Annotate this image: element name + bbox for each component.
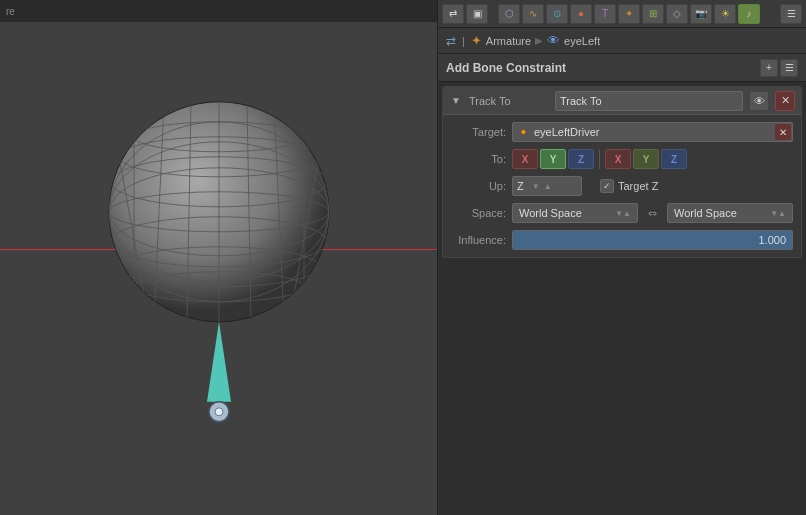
influence-wrap[interactable]: 1.000 <box>512 230 793 250</box>
panel-title: Add Bone Constraint <box>446 61 760 75</box>
panel-header: Add Bone Constraint + ☰ <box>438 54 806 82</box>
constraint-body: Target: 🔸 eyeLeftDriver ✕ To: X Y Z <box>443 115 801 257</box>
space-owner-value: World Space <box>519 207 582 219</box>
target-clear-btn[interactable]: ✕ <box>775 124 791 140</box>
toolbar-btn-render[interactable]: ☰ <box>780 4 802 24</box>
space-row: Space: World Space ▼▲ ⇔ World Space ▼▲ <box>451 202 793 224</box>
influence-row: Influence: 1.000 <box>451 229 793 251</box>
space-target-arrow: ▼▲ <box>770 209 786 218</box>
toolbar-btn-mesh[interactable]: ⬡ <box>498 4 520 24</box>
up-dropdown-arrow2: ▲ <box>544 182 552 191</box>
target-z-checkbox-box <box>600 179 614 193</box>
breadcrumb-bar: ⇄ | ✦ Armature ▶ 👁 eyeLeft <box>438 28 806 54</box>
up-value: Z <box>517 180 524 192</box>
breadcrumb-armature: Armature <box>486 35 531 47</box>
viewport[interactable]: re + <box>0 0 438 515</box>
right-panel: ⇄ ▣ ⬡ ∿ ⊙ ● T ✦ ⊞ ◇ 📷 ☀ ♪ ☰ ⇄ | ✦ Armatu… <box>438 0 806 515</box>
viewport-label: re <box>6 6 15 17</box>
target-input-wrap: 🔸 eyeLeftDriver ✕ <box>512 122 793 142</box>
space-target-dropdown[interactable]: World Space ▼▲ <box>667 203 793 223</box>
toolbar: ⇄ ▣ ⬡ ∿ ⊙ ● T ✦ ⊞ ◇ 📷 ☀ ♪ ☰ <box>438 0 806 28</box>
space-label: Space: <box>451 207 506 219</box>
target-input[interactable] <box>512 122 793 142</box>
up-dropdown-arrow: ▼ <box>532 182 540 191</box>
target-label: Target: <box>451 126 506 138</box>
target-z-label: Target Z <box>618 180 658 192</box>
up-label: Up: <box>451 180 506 192</box>
toolbar-btn-lattice[interactable]: ⊞ <box>642 4 664 24</box>
breadcrumb-sep1: ▶ <box>535 35 543 46</box>
properties-panel: Add Bone Constraint + ☰ ▼ Track To 👁 ✕ T… <box>438 54 806 515</box>
target-z-checkbox[interactable]: Target Z <box>600 179 658 193</box>
axis-btn-neg-x[interactable]: X <box>605 149 631 169</box>
space-arrow-icon: ⇔ <box>648 207 657 220</box>
axis-row-to: X Y Z X Y Z <box>512 149 687 169</box>
target-row: Target: 🔸 eyeLeftDriver ✕ <box>451 121 793 143</box>
toolbar-btn-surface[interactable]: ⊙ <box>546 4 568 24</box>
axis-btn-z[interactable]: Z <box>568 149 594 169</box>
space-owner-dropdown[interactable]: World Space ▼▲ <box>512 203 638 223</box>
toolbar-btn-metaball[interactable]: ● <box>570 4 592 24</box>
panel-menu-btn[interactable]: ☰ <box>780 59 798 77</box>
svg-marker-21 <box>207 321 231 401</box>
toolbar-btn-lamp[interactable]: ☀ <box>714 4 736 24</box>
axis-btn-neg-z[interactable]: Z <box>661 149 687 169</box>
constraint-close-btn[interactable]: ✕ <box>775 91 795 111</box>
toolbar-btn-armature[interactable]: ✦ <box>618 4 640 24</box>
constraint-header: ▼ Track To 👁 ✕ <box>443 87 801 115</box>
toolbar-btn-curve[interactable]: ∿ <box>522 4 544 24</box>
constraint-block: ▼ Track To 👁 ✕ Target: 🔸 eyeLeftDriver ✕ <box>442 86 802 258</box>
target-eye-icon: 🔸 <box>516 125 531 139</box>
toolbar-btn-view[interactable]: ▣ <box>466 4 488 24</box>
space-target-value: World Space <box>674 207 737 219</box>
constraint-type-label: Track To <box>469 95 549 107</box>
influence-label: Influence: <box>451 234 506 246</box>
constraint-name-input[interactable] <box>555 91 743 111</box>
axis-btn-neg-y[interactable]: Y <box>633 149 659 169</box>
toolbar-btn-text[interactable]: T <box>594 4 616 24</box>
to-label: To: <box>451 153 506 165</box>
axis-btn-y[interactable]: Y <box>540 149 566 169</box>
toolbar-btn-camera[interactable]: 📷 <box>690 4 712 24</box>
breadcrumb-bone: eyeLeft <box>564 35 600 47</box>
eyebone-icon: 👁 <box>547 33 560 48</box>
toolbar-btn-empty[interactable]: ◇ <box>666 4 688 24</box>
scene-area <box>0 22 437 515</box>
svg-point-23 <box>215 407 223 415</box>
influence-value: 1.000 <box>513 234 792 246</box>
constraint-eye-btn[interactable]: 👁 <box>749 91 769 111</box>
armature-icon: ✦ <box>471 33 482 48</box>
to-row: To: X Y Z X Y Z <box>451 148 793 170</box>
transform-icon: ⇄ <box>446 34 456 48</box>
viewport-header: re <box>0 0 437 22</box>
space-owner-arrow: ▼▲ <box>615 209 631 218</box>
breadcrumb-sep0: | <box>462 35 465 47</box>
up-row: Up: Z ▼ ▲ Target Z <box>451 175 793 197</box>
toolbar-btn-swap[interactable]: ⇄ <box>442 4 464 24</box>
constraint-chevron[interactable]: ▼ <box>449 94 463 108</box>
panel-add-btn[interactable]: + <box>760 59 778 77</box>
up-dropdown[interactable]: Z ▼ ▲ <box>512 176 582 196</box>
axis-btn-x[interactable]: X <box>512 149 538 169</box>
scene-svg <box>79 81 359 441</box>
axis-sep <box>599 149 600 169</box>
toolbar-btn-speaker[interactable]: ♪ <box>738 4 760 24</box>
